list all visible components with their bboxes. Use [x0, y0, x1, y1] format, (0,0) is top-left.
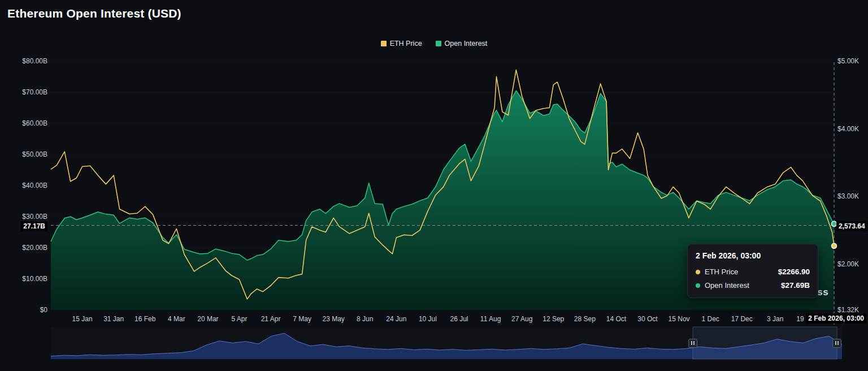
eth-price-dot-icon — [696, 270, 700, 274]
right-axis-tick-label: $4.00K — [837, 125, 859, 133]
tooltip-value-eth-price: $2266.90 — [778, 268, 810, 276]
tooltip-value-open-interest: $27.69B — [781, 281, 810, 290]
crosshair-price-value: 2,573.64 — [836, 221, 867, 231]
legend-item-eth-price[interactable]: ETH Price — [381, 40, 422, 48]
ethereum-open-interest-app: Ethereum Open Interest (USD) ETH Price O… — [0, 0, 868, 371]
chart-legend: ETH Price Open Interest — [0, 40, 868, 48]
left-axis-tick-label: $30.00B — [0, 213, 47, 221]
left-axis-tick-label: $40.00B — [0, 182, 47, 189]
open-interest-dot-icon — [696, 283, 700, 288]
crosshair-open-interest-value: 27.17B — [21, 221, 47, 231]
navigator-handle-left[interactable] — [688, 339, 697, 348]
tooltip-row-eth-price: ETH Price $2266.90 — [696, 268, 810, 276]
right-axis-tick-label: $2.00K — [837, 260, 859, 268]
tooltip-row-open-interest: Open Interest $27.69B — [696, 281, 810, 290]
left-axis-tick-label: $80.00B — [0, 57, 47, 65]
tooltip-date: 2 Feb 2026, 03:00 — [696, 251, 810, 260]
open-interest-swatch-icon — [436, 41, 441, 46]
eth-price-marker-dot — [832, 243, 837, 248]
left-axis-tick-label: $50.00B — [0, 150, 47, 158]
chart-tooltip: 2 Feb 2026, 03:00 ETH Price $2266.90 Ope… — [687, 244, 818, 298]
left-axis-tick-label: $70.00B — [0, 88, 47, 96]
left-axis-tick-label: $60.00B — [0, 119, 47, 127]
legend-item-open-interest[interactable]: Open Interest — [436, 40, 488, 48]
left-axis-tick-label: $10.00B — [0, 275, 47, 283]
navigator-selection — [693, 327, 837, 359]
eth-price-swatch-icon — [381, 41, 387, 46]
legend-label-open-interest: Open Interest — [445, 40, 488, 48]
right-axis-tick-label: $5.00K — [837, 57, 859, 65]
crosshair-date-value: 2 Feb 2026, 03:00 — [806, 313, 866, 323]
left-axis-tick-label: $20.00B — [0, 244, 47, 252]
navigator-handle-right[interactable] — [832, 339, 841, 348]
right-axis-tick-label: $3.00K — [837, 192, 859, 200]
crosshair-date-tag: 2 Feb 2026, 03:00 — [806, 313, 866, 323]
tooltip-label-eth-price: ETH Price — [705, 268, 738, 276]
crosshair-right-value-tag: 2,573.64 — [836, 221, 867, 231]
legend-label-eth-price: ETH Price — [390, 40, 422, 48]
left-axis-tick-label: $0 — [0, 306, 47, 314]
tooltip-label-open-interest: Open Interest — [705, 281, 749, 290]
crosshair-left-value-tag: 27.17B — [0, 221, 47, 231]
